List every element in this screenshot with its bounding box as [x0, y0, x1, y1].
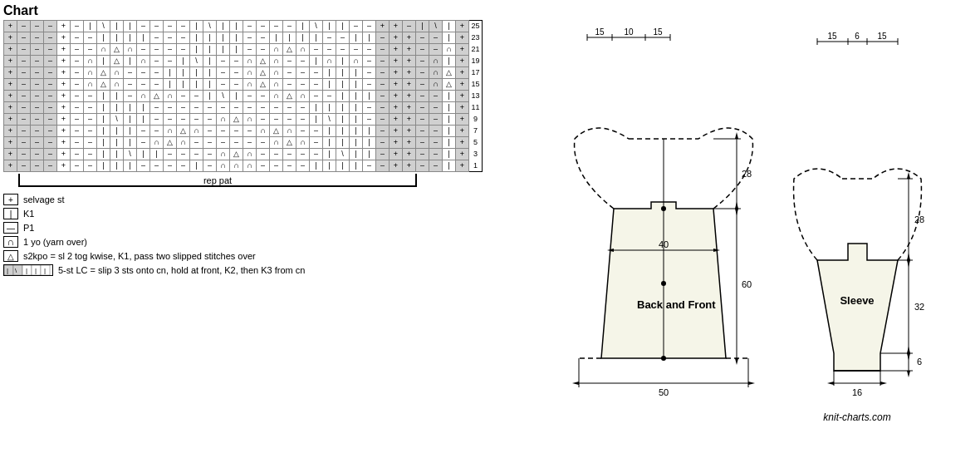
- chart-cell: |: [310, 56, 323, 67]
- chart-cell: –: [84, 137, 97, 149]
- row-number: 1: [469, 160, 483, 172]
- chart-cell: ∩: [429, 79, 443, 91]
- chart-cell: –: [150, 67, 164, 79]
- chart-cell: –: [376, 149, 390, 160]
- chart-cell: △: [110, 44, 124, 56]
- chart-cell: –: [203, 126, 217, 137]
- chart-cell: –: [44, 56, 57, 67]
- chart-cell: –: [217, 56, 230, 67]
- chart-cell: –: [416, 114, 429, 126]
- chart-cell: –: [243, 126, 257, 137]
- svg-text:15: 15: [827, 32, 837, 41]
- svg-text:|: |: [7, 267, 8, 274]
- chart-cell: +: [456, 102, 469, 114]
- chart-cell: –: [296, 67, 310, 79]
- row-number: 11: [469, 102, 483, 114]
- chart-cell: |: [190, 67, 203, 79]
- chart-cell: –: [257, 32, 270, 44]
- chart-cell: |: [110, 126, 124, 137]
- chart-cell: △: [97, 67, 110, 79]
- chart-cell: –: [44, 149, 57, 160]
- chart-cell: +: [456, 126, 469, 137]
- chart-cell: –: [296, 160, 310, 172]
- chart-cell: |: [296, 21, 310, 32]
- chart-cell: ∩: [164, 91, 177, 102]
- chart-cell: –: [403, 21, 416, 32]
- svg-text:15: 15: [595, 27, 605, 37]
- chart-cell: –: [31, 79, 44, 91]
- chart-cell: |: [350, 137, 363, 149]
- chart-cell: |: [350, 126, 363, 137]
- chart-cell: △: [283, 44, 296, 56]
- selvage-symbol: +: [3, 194, 18, 205]
- chart-cell: –: [310, 126, 323, 137]
- chart-cell: |: [217, 44, 230, 56]
- chart-cell: –: [164, 56, 177, 67]
- chart-cell: +: [390, 114, 403, 126]
- sleeve-svg: 15 6 15: [784, 30, 975, 429]
- chart-cell: |: [230, 44, 243, 56]
- p1-desc: P1: [23, 223, 34, 233]
- chart-cell: ∩: [429, 67, 443, 79]
- chart-cell: ∩: [217, 160, 230, 172]
- chart-cell: –: [323, 44, 336, 56]
- chart-cell: ∩: [270, 67, 283, 79]
- chart-cell: –: [429, 126, 443, 137]
- chart-cell: +: [403, 32, 416, 44]
- chart-cell: –: [257, 160, 270, 172]
- chart-cell: –: [17, 79, 31, 91]
- chart-cell: –: [44, 79, 57, 91]
- chart-cell: |: [350, 149, 363, 160]
- chart-cell: –: [270, 21, 283, 32]
- chart-cell: –: [376, 67, 390, 79]
- chart-cell: –: [283, 149, 296, 160]
- chart-cell: –: [257, 114, 270, 126]
- chart-cell: |: [323, 79, 336, 91]
- chart-cell: –: [283, 114, 296, 126]
- chart-cell: –: [376, 91, 390, 102]
- chart-cell: –: [31, 137, 44, 149]
- chart-cell: |: [336, 137, 350, 149]
- chart-cell: –: [124, 91, 137, 102]
- chart-cell: ∩: [323, 56, 336, 67]
- chart-cell: ∩: [150, 137, 164, 149]
- chart-cell: –: [257, 91, 270, 102]
- chart-cell: –: [150, 79, 164, 91]
- chart-cell: –: [416, 44, 429, 56]
- chart-cell: –: [84, 160, 97, 172]
- chart-cell: –: [270, 160, 283, 172]
- chart-cell: ∩: [243, 56, 257, 67]
- chart-cell: +: [456, 137, 469, 149]
- chart-cell: |: [97, 114, 110, 126]
- chart-cell: –: [257, 102, 270, 114]
- chart-cell: ∩: [84, 79, 97, 91]
- chart-cell: |: [137, 102, 150, 114]
- chart-cell: |: [124, 56, 137, 67]
- chart-cell: –: [164, 21, 177, 32]
- chart-cell: |: [350, 102, 363, 114]
- chart-cell: \: [124, 149, 137, 160]
- chart-cell: +: [4, 32, 17, 44]
- chart-cell: +: [390, 79, 403, 91]
- chart-cell: |: [110, 91, 124, 102]
- chart-cell: |: [84, 21, 97, 32]
- svg-text:40: 40: [658, 239, 668, 249]
- chart-cell: –: [363, 79, 376, 91]
- svg-text:32: 32: [914, 302, 924, 312]
- chart-cell: +: [4, 126, 17, 137]
- chart-cell: –: [31, 44, 44, 56]
- chart-cell: +: [376, 21, 390, 32]
- chart-cell: –: [257, 44, 270, 56]
- chart-cell: ∩: [124, 44, 137, 56]
- chart-cell: ∩: [296, 91, 310, 102]
- chart-cell: –: [363, 56, 376, 67]
- chart-cell: –: [310, 67, 323, 79]
- chart-cell: ∩: [243, 67, 257, 79]
- chart-cell: \: [310, 21, 323, 32]
- row-number: 25: [469, 21, 483, 32]
- k1-symbol: |: [3, 208, 18, 219]
- chart-cell: –: [164, 149, 177, 160]
- svg-text:Back and Front: Back and Front: [637, 298, 716, 311]
- chart-cell: –: [71, 32, 84, 44]
- chart-cell: –: [177, 149, 190, 160]
